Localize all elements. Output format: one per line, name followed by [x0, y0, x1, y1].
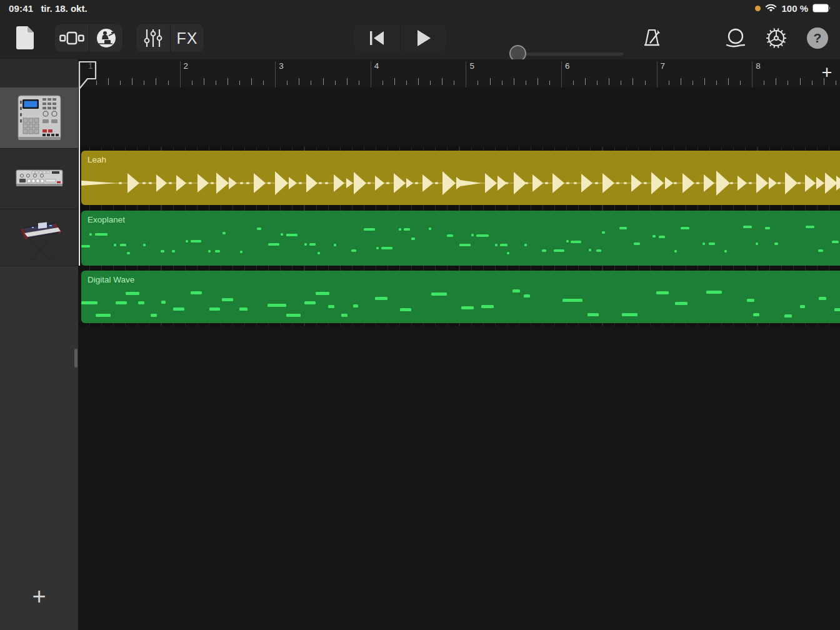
tracks-view-icon [59, 31, 84, 45]
ruler-tick [632, 78, 633, 85]
synth-module-icon [14, 166, 64, 191]
ruler-bar-label: 3 [279, 61, 284, 71]
ruler-tick [228, 78, 228, 85]
ruler-tick [764, 81, 764, 85]
clock: 09:41 [9, 3, 33, 14]
play-icon [416, 29, 431, 47]
track-header-sidebar: + [0, 59, 78, 630]
sidebar-corner [0, 59, 78, 88]
sidebar-resize-handle[interactable] [74, 349, 78, 368]
drum-machine-icon [16, 93, 62, 143]
ruler-tick [156, 78, 156, 85]
ruler-tick [836, 81, 836, 85]
ruler-bar-line [371, 61, 371, 88]
ruler-tick [597, 81, 598, 85]
ruler-tick [406, 81, 407, 85]
ruler-tick [681, 78, 681, 85]
toolbar: FX [0, 16, 840, 59]
add-track-button[interactable]: + [0, 574, 78, 618]
lane-gap [78, 266, 840, 271]
ruler-tick [323, 78, 324, 85]
ruler-tick [192, 81, 192, 85]
rewind-icon [369, 30, 385, 46]
playhead-marker[interactable] [78, 61, 99, 91]
ruler-bar-line [466, 61, 466, 88]
ruler-tick [311, 81, 311, 85]
ruler-tick [144, 81, 144, 85]
instrument-browser-icon [96, 28, 117, 49]
ruler-bar-line [561, 61, 562, 88]
settings-gear-icon [764, 26, 788, 50]
ruler-tick [526, 81, 526, 85]
ruler-tick [824, 78, 824, 85]
battery-percent: 100 % [781, 3, 808, 14]
help-button[interactable]: ? [805, 24, 830, 52]
ruler-bar-line [275, 61, 276, 88]
slider-track[interactable] [509, 52, 623, 56]
ruler-tick [490, 78, 491, 85]
ruler-tick [609, 78, 609, 85]
add-bars-button[interactable]: + [816, 62, 838, 83]
ruler-tick [287, 81, 288, 85]
garageband-app: 09:41 tir. 18. okt. 100 % [0, 0, 840, 630]
loop-browser-button[interactable] [722, 24, 749, 52]
metronome-icon [641, 28, 662, 49]
region-exoplanet[interactable]: Exoplanet [81, 211, 840, 266]
region-leah[interactable]: Leah [81, 151, 840, 205]
mic-in-use-indicator-icon [755, 6, 761, 11]
ruler-tick [788, 81, 788, 85]
fx-button[interactable]: FX [170, 24, 204, 52]
track-header-digital-wave[interactable] [0, 209, 78, 266]
ruler-tick [538, 78, 538, 85]
help-icon: ? [807, 28, 828, 49]
mixer-button[interactable] [136, 24, 170, 52]
tracks-view-button[interactable] [55, 24, 89, 52]
track-header-exoplanet[interactable] [0, 149, 78, 209]
my-songs-button[interactable] [12, 24, 38, 52]
ruler-tick [335, 81, 336, 85]
transport-controls [354, 24, 446, 52]
ruler-tick [168, 81, 169, 85]
metronome-button[interactable] [639, 24, 665, 52]
ruler-tick [132, 78, 132, 85]
instrument-browser-button[interactable] [89, 24, 122, 52]
time-ruler[interactable]: + 12345678 [78, 59, 840, 88]
ruler-tick [549, 81, 550, 85]
ruler-tick [621, 81, 621, 85]
timeline-area: + 12345678 LeahExoplanetDigital Wave [78, 59, 840, 630]
ruler-tick [800, 78, 801, 85]
ruler-bar-label: 4 [374, 61, 379, 71]
ruler-tick [585, 78, 586, 85]
region-digital-wave[interactable]: Digital Wave [81, 271, 840, 323]
ruler-tick [394, 78, 395, 85]
ruler-bar-label: 2 [184, 61, 189, 71]
wifi-icon [765, 4, 777, 12]
ruler-tick [692, 81, 693, 85]
ruler-tick [430, 81, 431, 85]
ruler-tick [442, 78, 442, 85]
ruler-tick [454, 81, 454, 85]
view-segmented-control [55, 24, 122, 52]
ruler-tick [251, 78, 252, 85]
status-date: tir. 18. okt. [41, 3, 87, 14]
track-header-leah[interactable] [0, 88, 78, 149]
status-bar: 09:41 tir. 18. okt. 100 % [0, 0, 840, 16]
ruler-bar-label: 5 [469, 61, 474, 71]
play-button[interactable] [400, 24, 446, 52]
ruler-bar-line [752, 61, 752, 88]
ruler-tick [239, 81, 240, 85]
ruler-tick [216, 81, 216, 85]
ruler-tick [573, 81, 574, 85]
ruler-bar-line [657, 61, 658, 88]
keyboard-stand-icon [14, 212, 64, 263]
ruler-tick [382, 81, 383, 85]
rewind-button[interactable] [354, 24, 400, 52]
lane-gap [78, 205, 840, 211]
ruler-tick [502, 81, 502, 85]
ruler-tick [812, 81, 812, 85]
ruler-bar-line [180, 61, 181, 88]
settings-button[interactable] [763, 24, 789, 52]
ruler-tick [263, 81, 264, 85]
ruler-tick [418, 78, 419, 85]
ruler-tick [669, 81, 669, 85]
